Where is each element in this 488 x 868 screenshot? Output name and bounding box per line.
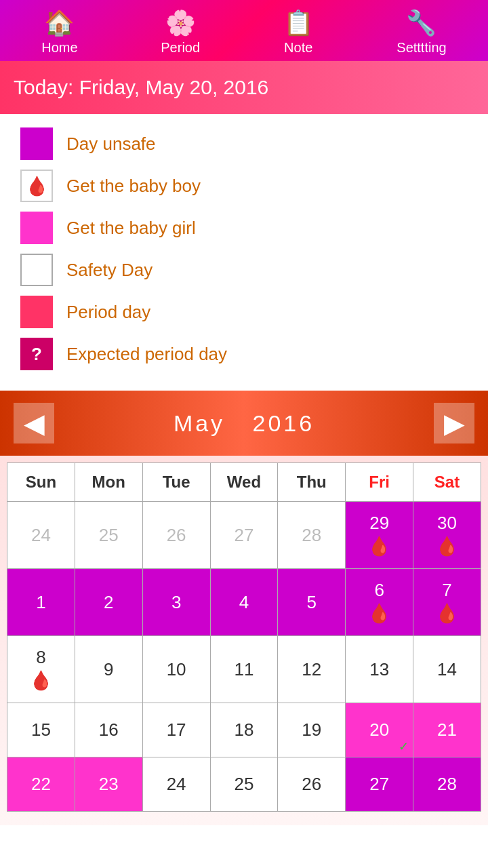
calendar-day-cell[interactable]: 29🩸 xyxy=(346,502,413,569)
calendar-day-cell[interactable]: 28 xyxy=(278,502,346,569)
legend-unsafe: Day unsafe xyxy=(20,127,468,160)
calendar-day-cell[interactable]: 13 xyxy=(346,636,413,703)
legend: Day unsafe 🩸 Get the baby boy Get the ba… xyxy=(0,114,488,384)
legend-expected: ? Expected period day xyxy=(20,338,468,370)
calendar-day-cell[interactable]: 26 xyxy=(142,502,210,569)
col-thu: Thu xyxy=(278,463,346,502)
nav-home-label: Home xyxy=(41,40,77,56)
calendar-body: 242526272829🩸30🩸123456🩸7🩸8🩸9101112131415… xyxy=(7,502,481,812)
note-icon: 📋 xyxy=(283,9,314,37)
col-mon: Mon xyxy=(75,463,142,502)
legend-box-safety xyxy=(20,254,53,286)
today-text: Today: Friday, May 20, 2016 xyxy=(14,76,268,98)
calendar-day-cell[interactable]: 24 xyxy=(7,502,75,569)
calendar-week-row: 151617181920✓21 xyxy=(7,703,481,757)
next-arrow-icon: ▶ xyxy=(444,408,465,439)
prev-month-button[interactable]: ◀ xyxy=(14,403,54,443)
col-tue: Tue xyxy=(142,463,210,502)
nav-note-label: Note xyxy=(284,40,312,56)
calendar-day-cell[interactable]: 7🩸 xyxy=(413,569,481,636)
calendar-table: Sun Mon Tue Wed Thu Fri Sat 242526272829… xyxy=(7,462,481,812)
calendar-day-cell[interactable]: 21 xyxy=(413,703,481,757)
col-sat: Sat xyxy=(413,463,481,502)
legend-girl: Get the baby girl xyxy=(20,212,468,244)
calendar-day-cell[interactable]: 9 xyxy=(75,636,142,703)
calendar-week-row: 8🩸91011121314 xyxy=(7,636,481,703)
col-fri: Fri xyxy=(346,463,413,502)
calendar-day-cell[interactable]: 11 xyxy=(210,636,278,703)
home-icon: 🏠 xyxy=(44,9,75,37)
legend-period: Period day xyxy=(20,296,468,328)
nav-settings-label: Setttting xyxy=(396,40,446,56)
nav-settings[interactable]: 🔧 Setttting xyxy=(396,9,446,56)
legend-box-boy: 🩸 xyxy=(20,170,53,202)
legend-label-safety: Safety Day xyxy=(66,260,152,281)
calendar-day-cell[interactable]: 4 xyxy=(210,569,278,636)
calendar-day-cell[interactable]: 25 xyxy=(210,757,278,812)
calendar-day-cell[interactable]: 30🩸 xyxy=(413,502,481,569)
calendar-week-row: 22232425262728 xyxy=(7,757,481,812)
calendar-day-cell[interactable]: 10 xyxy=(142,636,210,703)
calendar-header: ◀ May 2016 ▶ xyxy=(0,391,488,456)
calendar-week-row: 242526272829🩸30🩸 xyxy=(7,502,481,569)
legend-safety: Safety Day xyxy=(20,254,468,286)
calendar-day-cell[interactable]: 6🩸 xyxy=(346,569,413,636)
calendar-day-cell[interactable]: 16 xyxy=(75,703,142,757)
calendar-day-cell[interactable]: 8🩸 xyxy=(7,636,75,703)
calendar-day-cell[interactable]: 5 xyxy=(278,569,346,636)
next-month-button[interactable]: ▶ xyxy=(434,403,474,443)
legend-label-boy: Get the baby boy xyxy=(66,176,201,197)
period-icon: 🌸 xyxy=(165,9,196,37)
calendar-day-cell[interactable]: 27 xyxy=(210,502,278,569)
calendar-day-cell[interactable]: 25 xyxy=(75,502,142,569)
calendar-day-cell[interactable]: 17 xyxy=(142,703,210,757)
legend-label-expected: Expected period day xyxy=(66,344,227,365)
legend-label-period: Period day xyxy=(66,302,150,323)
col-wed: Wed xyxy=(210,463,278,502)
calendar-day-cell[interactable]: 2 xyxy=(75,569,142,636)
legend-boy: 🩸 Get the baby boy xyxy=(20,170,468,202)
navbar: 🏠 Home 🌸 Period 📋 Note 🔧 Setttting xyxy=(0,0,488,61)
calendar-month-year: May 2016 xyxy=(174,410,314,437)
nav-period-label: Period xyxy=(161,40,200,56)
calendar-day-cell[interactable]: 20✓ xyxy=(346,703,413,757)
calendar-day-cell[interactable]: 19 xyxy=(278,703,346,757)
legend-box-expected: ? xyxy=(20,338,53,370)
today-banner: Today: Friday, May 20, 2016 xyxy=(0,61,488,114)
legend-label-unsafe: Day unsafe xyxy=(66,134,156,155)
calendar-day-cell[interactable]: 1 xyxy=(7,569,75,636)
calendar-day-cell[interactable]: 15 xyxy=(7,703,75,757)
settings-icon: 🔧 xyxy=(406,9,436,37)
calendar-day-cell[interactable]: 23 xyxy=(75,757,142,812)
calendar-day-cell[interactable]: 18 xyxy=(210,703,278,757)
calendar-day-cell[interactable]: 3 xyxy=(142,569,210,636)
prev-arrow-icon: ◀ xyxy=(24,408,45,439)
calendar-day-cell[interactable]: 26 xyxy=(278,757,346,812)
calendar-day-cell[interactable]: 24 xyxy=(142,757,210,812)
nav-period[interactable]: 🌸 Period xyxy=(161,9,200,56)
calendar-week-row: 123456🩸7🩸 xyxy=(7,569,481,636)
legend-box-girl xyxy=(20,212,53,244)
calendar-day-cell[interactable]: 22 xyxy=(7,757,75,812)
calendar-day-cell[interactable]: 28 xyxy=(413,757,481,812)
legend-label-girl: Get the baby girl xyxy=(66,218,196,239)
nav-home[interactable]: 🏠 Home xyxy=(41,9,77,56)
legend-box-period xyxy=(20,296,53,328)
nav-note[interactable]: 📋 Note xyxy=(283,9,314,56)
calendar-day-cell[interactable]: 12 xyxy=(278,636,346,703)
calendar-day-cell[interactable]: 27 xyxy=(346,757,413,812)
col-sun: Sun xyxy=(7,463,75,502)
legend-box-unsafe xyxy=(20,127,53,160)
calendar-day-cell[interactable]: 14 xyxy=(413,636,481,703)
calendar-wrap: Sun Mon Tue Wed Thu Fri Sat 242526272829… xyxy=(0,456,488,825)
weekday-header-row: Sun Mon Tue Wed Thu Fri Sat xyxy=(7,463,481,502)
